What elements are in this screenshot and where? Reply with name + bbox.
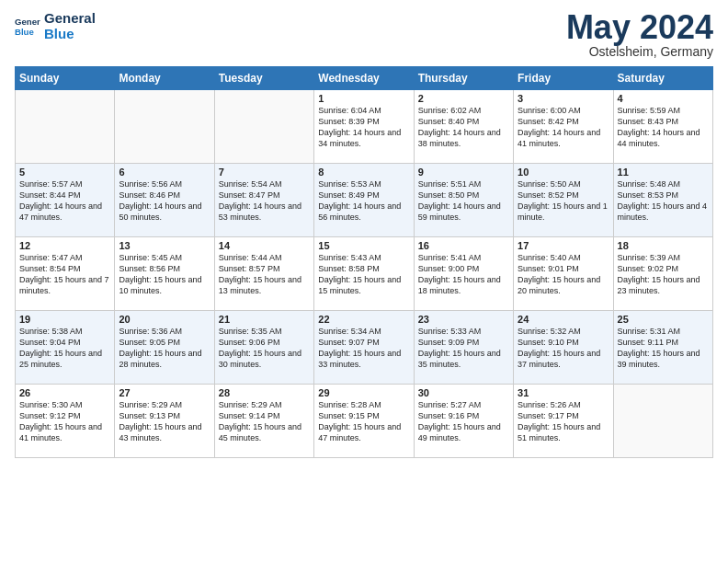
day-number: 29 (318, 387, 409, 398)
calendar-table: Sunday Monday Tuesday Wednesday Thursday… (15, 66, 713, 458)
cell-week2-day3: 8Sunrise: 5:53 AMSunset: 8:49 PMDaylight… (314, 164, 414, 237)
cell-week3-day0: 12Sunrise: 5:47 AMSunset: 8:54 PMDayligh… (16, 237, 115, 311)
cell-week4-day0: 19Sunrise: 5:38 AMSunset: 9:04 PMDayligh… (16, 311, 115, 385)
cell-week1-day4: 2Sunrise: 6:02 AMSunset: 8:40 PMDaylight… (414, 90, 513, 164)
header-sunday: Sunday (16, 67, 115, 90)
week-row-2: 5Sunrise: 5:57 AMSunset: 8:44 PMDaylight… (16, 164, 713, 237)
header-tuesday: Tuesday (214, 67, 313, 90)
cell-info: Sunrise: 5:44 AMSunset: 8:57 PMDaylight:… (219, 252, 310, 297)
svg-text:General: General (15, 17, 40, 27)
day-number: 4 (618, 93, 709, 104)
cell-info: Sunrise: 5:45 AMSunset: 8:56 PMDaylight:… (119, 252, 210, 297)
cell-info: Sunrise: 6:04 AMSunset: 8:39 PMDaylight:… (318, 105, 409, 150)
cell-week3-day5: 17Sunrise: 5:40 AMSunset: 9:01 PMDayligh… (514, 237, 613, 311)
logo-general: General (44, 10, 96, 26)
cell-week4-day5: 24Sunrise: 5:32 AMSunset: 9:10 PMDayligh… (514, 311, 613, 385)
cell-info: Sunrise: 5:39 AMSunset: 9:02 PMDaylight:… (618, 252, 709, 297)
day-number: 7 (219, 167, 310, 178)
cell-week1-day3: 1Sunrise: 6:04 AMSunset: 8:39 PMDaylight… (314, 90, 414, 164)
cell-info: Sunrise: 5:41 AMSunset: 9:00 PMDaylight:… (418, 252, 509, 297)
cell-week5-day5: 31Sunrise: 5:26 AMSunset: 9:17 PMDayligh… (514, 385, 613, 458)
title-block: May 2024 Ostelsheim, Germany (566, 11, 713, 59)
cell-info: Sunrise: 5:35 AMSunset: 9:06 PMDaylight:… (219, 326, 310, 371)
cell-info: Sunrise: 5:29 AMSunset: 9:13 PMDaylight:… (119, 399, 210, 444)
day-number: 25 (618, 314, 709, 325)
cell-info: Sunrise: 5:40 AMSunset: 9:01 PMDaylight:… (518, 252, 609, 297)
week-row-5: 26Sunrise: 5:30 AMSunset: 9:12 PMDayligh… (16, 385, 713, 458)
cell-info: Sunrise: 5:59 AMSunset: 8:43 PMDaylight:… (618, 105, 709, 150)
header-thursday: Thursday (414, 67, 513, 90)
cell-week3-day2: 14Sunrise: 5:44 AMSunset: 8:57 PMDayligh… (214, 237, 313, 311)
week-row-4: 19Sunrise: 5:38 AMSunset: 9:04 PMDayligh… (16, 311, 713, 385)
cell-week3-day6: 18Sunrise: 5:39 AMSunset: 9:02 PMDayligh… (613, 237, 712, 311)
cell-info: Sunrise: 5:28 AMSunset: 9:15 PMDaylight:… (318, 399, 409, 444)
day-number: 8 (318, 167, 409, 178)
cell-info: Sunrise: 5:51 AMSunset: 8:50 PMDaylight:… (418, 178, 509, 224)
cell-week5-day6 (613, 385, 712, 458)
day-number: 20 (119, 314, 210, 325)
cell-info: Sunrise: 5:47 AMSunset: 8:54 PMDaylight:… (19, 252, 110, 297)
day-number: 24 (518, 314, 609, 325)
day-number: 12 (19, 240, 110, 251)
day-number: 26 (19, 387, 110, 398)
cell-week3-day3: 15Sunrise: 5:43 AMSunset: 8:58 PMDayligh… (314, 237, 414, 311)
cell-week1-day6: 4Sunrise: 5:59 AMSunset: 8:43 PMDaylight… (613, 90, 712, 164)
day-number: 6 (119, 167, 210, 178)
logo-icon: General Blue (15, 14, 40, 40)
cell-info: Sunrise: 5:33 AMSunset: 9:09 PMDaylight:… (418, 326, 509, 371)
cell-week4-day3: 22Sunrise: 5:34 AMSunset: 9:07 PMDayligh… (314, 311, 414, 385)
logo: General Blue General Blue (15, 11, 96, 41)
header-wednesday: Wednesday (314, 67, 414, 90)
cell-info: Sunrise: 5:43 AMSunset: 8:58 PMDaylight:… (318, 252, 409, 297)
svg-text:Blue: Blue (15, 26, 34, 36)
cell-week2-day5: 10Sunrise: 5:50 AMSunset: 8:52 PMDayligh… (514, 164, 613, 237)
cell-week1-day0 (16, 90, 115, 164)
day-number: 22 (318, 314, 409, 325)
cell-info: Sunrise: 6:02 AMSunset: 8:40 PMDaylight:… (418, 105, 509, 150)
cell-week5-day1: 27Sunrise: 5:29 AMSunset: 9:13 PMDayligh… (115, 385, 214, 458)
weekday-header-row: Sunday Monday Tuesday Wednesday Thursday… (16, 67, 713, 90)
day-number: 2 (418, 93, 509, 104)
cell-week1-day5: 3Sunrise: 6:00 AMSunset: 8:42 PMDaylight… (514, 90, 613, 164)
cell-week3-day1: 13Sunrise: 5:45 AMSunset: 8:56 PMDayligh… (115, 237, 214, 311)
logo-text: General Blue (44, 11, 96, 41)
day-number: 17 (518, 240, 609, 251)
day-number: 9 (418, 167, 509, 178)
header-saturday: Saturday (613, 67, 712, 90)
day-number: 30 (418, 387, 509, 398)
week-row-3: 12Sunrise: 5:47 AMSunset: 8:54 PMDayligh… (16, 237, 713, 311)
day-number: 23 (418, 314, 509, 325)
day-number: 13 (119, 240, 210, 251)
cell-week5-day3: 29Sunrise: 5:28 AMSunset: 9:15 PMDayligh… (314, 385, 414, 458)
cell-week2-day0: 5Sunrise: 5:57 AMSunset: 8:44 PMDaylight… (16, 164, 115, 237)
day-number: 11 (618, 167, 709, 178)
week-row-1: 1Sunrise: 6:04 AMSunset: 8:39 PMDaylight… (16, 90, 713, 164)
day-number: 14 (219, 240, 310, 251)
cell-week2-day4: 9Sunrise: 5:51 AMSunset: 8:50 PMDaylight… (414, 164, 513, 237)
day-number: 16 (418, 240, 509, 251)
day-number: 21 (219, 314, 310, 325)
cell-week4-day2: 21Sunrise: 5:35 AMSunset: 9:06 PMDayligh… (214, 311, 313, 385)
day-number: 1 (318, 93, 409, 104)
cell-info: Sunrise: 5:53 AMSunset: 8:49 PMDaylight:… (318, 178, 409, 224)
cell-info: Sunrise: 5:57 AMSunset: 8:44 PMDaylight:… (19, 178, 110, 224)
cell-week4-day4: 23Sunrise: 5:33 AMSunset: 9:09 PMDayligh… (414, 311, 513, 385)
calendar-page: General Blue General Blue May 2024 Ostel… (0, 0, 728, 563)
location: Ostelsheim, Germany (566, 44, 713, 59)
cell-info: Sunrise: 5:31 AMSunset: 9:11 PMDaylight:… (618, 326, 709, 371)
day-number: 31 (518, 387, 609, 398)
cell-week2-day1: 6Sunrise: 5:56 AMSunset: 8:46 PMDaylight… (115, 164, 214, 237)
cell-info: Sunrise: 5:38 AMSunset: 9:04 PMDaylight:… (19, 326, 110, 371)
cell-info: Sunrise: 5:50 AMSunset: 8:52 PMDaylight:… (518, 178, 609, 224)
day-number: 3 (518, 93, 609, 104)
cell-info: Sunrise: 5:34 AMSunset: 9:07 PMDaylight:… (318, 326, 409, 371)
cell-week2-day2: 7Sunrise: 5:54 AMSunset: 8:47 PMDaylight… (214, 164, 313, 237)
cell-info: Sunrise: 5:56 AMSunset: 8:46 PMDaylight:… (119, 178, 210, 224)
cell-info: Sunrise: 5:29 AMSunset: 9:14 PMDaylight:… (219, 399, 310, 444)
cell-info: Sunrise: 5:36 AMSunset: 9:05 PMDaylight:… (119, 326, 210, 371)
day-number: 28 (219, 387, 310, 398)
cell-week4-day1: 20Sunrise: 5:36 AMSunset: 9:05 PMDayligh… (115, 311, 214, 385)
cell-week5-day4: 30Sunrise: 5:27 AMSunset: 9:16 PMDayligh… (414, 385, 513, 458)
month-title: May 2024 (566, 11, 713, 44)
header-friday: Friday (514, 67, 613, 90)
